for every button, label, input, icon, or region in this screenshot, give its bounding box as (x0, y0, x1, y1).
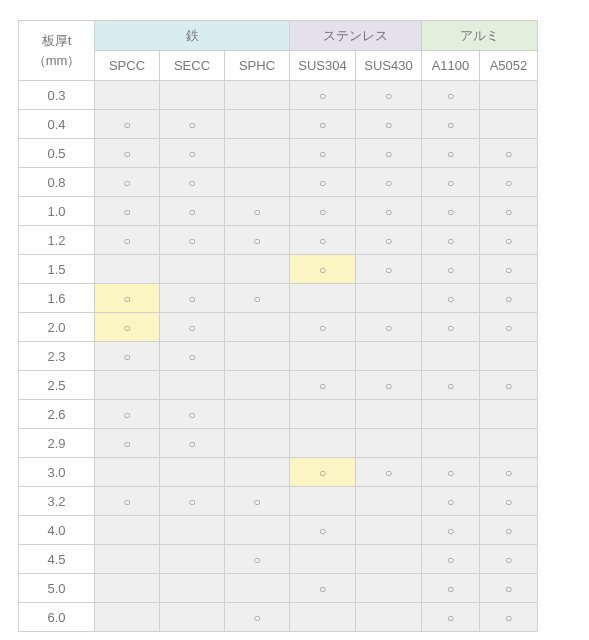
circle-mark-icon: ○ (253, 205, 260, 219)
availability-cell: ○ (356, 139, 422, 168)
availability-cell: ○ (160, 197, 225, 226)
availability-cell (95, 545, 160, 574)
availability-cell: ○ (356, 371, 422, 400)
thickness-value: 6.0 (19, 603, 95, 632)
availability-cell: ○ (160, 400, 225, 429)
availability-cell: ○ (480, 168, 538, 197)
availability-cell: ○ (225, 487, 290, 516)
availability-cell (356, 545, 422, 574)
availability-cell: ○ (422, 545, 480, 574)
group-header-aluminum: アルミ (422, 21, 538, 51)
circle-mark-icon: ○ (447, 379, 454, 393)
availability-cell: ○ (356, 313, 422, 342)
availability-cell (356, 342, 422, 371)
table-row: 5.0○○○ (19, 574, 538, 603)
thickness-value: 0.4 (19, 110, 95, 139)
availability-cell: ○ (290, 110, 356, 139)
circle-mark-icon: ○ (447, 611, 454, 625)
availability-cell: ○ (95, 197, 160, 226)
availability-cell: ○ (422, 255, 480, 284)
table-body: 0.3○○○0.4○○○○○0.5○○○○○○0.8○○○○○○1.0○○○○○… (19, 81, 538, 632)
circle-mark-icon: ○ (385, 118, 392, 132)
thickness-value: 1.6 (19, 284, 95, 313)
availability-cell (225, 255, 290, 284)
table-row: 3.0○○○○ (19, 458, 538, 487)
availability-cell: ○ (422, 313, 480, 342)
circle-mark-icon: ○ (123, 408, 130, 422)
thickness-value: 3.2 (19, 487, 95, 516)
availability-cell (290, 487, 356, 516)
availability-cell: ○ (480, 603, 538, 632)
availability-cell (95, 458, 160, 487)
availability-cell: ○ (225, 226, 290, 255)
availability-cell (95, 516, 160, 545)
availability-cell: ○ (95, 342, 160, 371)
availability-cell (480, 400, 538, 429)
availability-cell: ○ (160, 429, 225, 458)
availability-cell: ○ (356, 197, 422, 226)
circle-mark-icon: ○ (385, 176, 392, 190)
availability-cell (160, 516, 225, 545)
circle-mark-icon: ○ (253, 234, 260, 248)
availability-cell: ○ (290, 226, 356, 255)
circle-mark-icon: ○ (505, 176, 512, 190)
availability-cell: ○ (480, 516, 538, 545)
availability-cell (356, 400, 422, 429)
col-header-spcc: SPCC (95, 51, 160, 81)
circle-mark-icon: ○ (319, 263, 326, 277)
circle-mark-icon: ○ (188, 408, 195, 422)
availability-cell: ○ (225, 603, 290, 632)
circle-mark-icon: ○ (385, 147, 392, 161)
availability-cell (290, 545, 356, 574)
availability-cell (422, 400, 480, 429)
availability-cell: ○ (356, 226, 422, 255)
table-row: 2.6○○ (19, 400, 538, 429)
table-row: 4.0○○○ (19, 516, 538, 545)
circle-mark-icon: ○ (188, 350, 195, 364)
circle-mark-icon: ○ (385, 321, 392, 335)
circle-mark-icon: ○ (188, 321, 195, 335)
availability-cell: ○ (356, 168, 422, 197)
col-header-a5052: A5052 (480, 51, 538, 81)
circle-mark-icon: ○ (188, 118, 195, 132)
availability-cell: ○ (160, 139, 225, 168)
availability-cell: ○ (95, 313, 160, 342)
circle-mark-icon: ○ (319, 379, 326, 393)
circle-mark-icon: ○ (123, 321, 130, 335)
availability-cell: ○ (290, 574, 356, 603)
availability-cell (160, 603, 225, 632)
availability-cell (225, 516, 290, 545)
thickness-value: 0.8 (19, 168, 95, 197)
availability-cell: ○ (422, 603, 480, 632)
availability-cell: ○ (225, 197, 290, 226)
row-header-thickness: 板厚t （mm） (19, 21, 95, 81)
circle-mark-icon: ○ (319, 147, 326, 161)
thickness-value: 2.6 (19, 400, 95, 429)
col-header-secc: SECC (160, 51, 225, 81)
availability-cell: ○ (422, 226, 480, 255)
availability-cell (225, 371, 290, 400)
table-row: 1.6○○○○○ (19, 284, 538, 313)
availability-cell: ○ (422, 516, 480, 545)
availability-cell: ○ (356, 110, 422, 139)
circle-mark-icon: ○ (253, 495, 260, 509)
circle-mark-icon: ○ (319, 466, 326, 480)
circle-mark-icon: ○ (188, 495, 195, 509)
availability-cell (290, 429, 356, 458)
availability-cell (225, 81, 290, 110)
availability-cell: ○ (422, 371, 480, 400)
circle-mark-icon: ○ (505, 205, 512, 219)
table-row: 6.0○○○ (19, 603, 538, 632)
availability-cell (356, 603, 422, 632)
availability-cell: ○ (356, 255, 422, 284)
table-row: 0.5○○○○○○ (19, 139, 538, 168)
table-row: 2.0○○○○○○ (19, 313, 538, 342)
availability-cell (422, 429, 480, 458)
availability-cell: ○ (290, 81, 356, 110)
availability-cell: ○ (290, 139, 356, 168)
availability-cell: ○ (290, 516, 356, 545)
availability-cell (356, 284, 422, 313)
circle-mark-icon: ○ (319, 524, 326, 538)
circle-mark-icon: ○ (447, 89, 454, 103)
availability-cell (225, 168, 290, 197)
